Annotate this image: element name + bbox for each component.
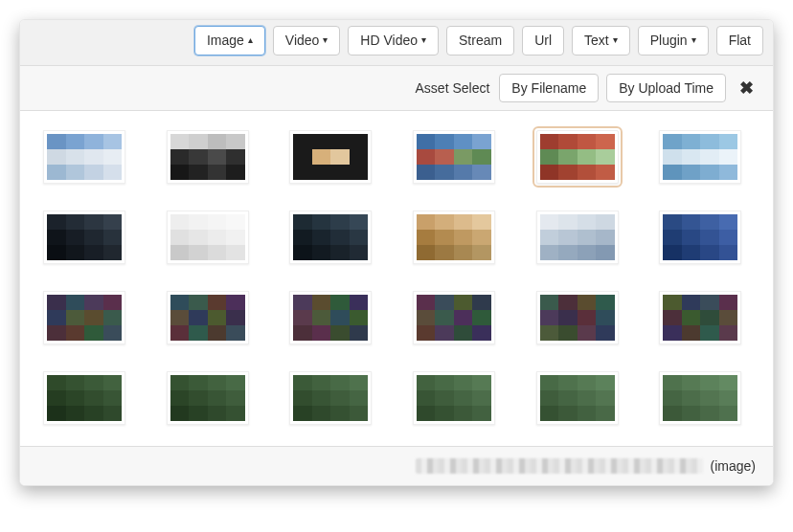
caret-up-icon: ▴ — [248, 34, 253, 46]
tab-label: Flat — [729, 33, 751, 49]
tab-label: Plugin — [650, 33, 688, 49]
tab-stream[interactable]: Stream — [446, 26, 514, 55]
asset-thumbnail[interactable] — [413, 211, 495, 264]
tab-label: Stream — [459, 33, 502, 49]
asset-thumbnail[interactable] — [536, 130, 619, 184]
asset-grid-scroll[interactable] — [20, 111, 773, 446]
asset-thumbnail[interactable] — [413, 130, 495, 184]
asset-dialog: Image▴Video▾HD Video▾StreamUrlText▾Plugi… — [19, 19, 774, 486]
tab-image[interactable]: Image▴ — [194, 26, 265, 55]
asset-thumbnail[interactable] — [167, 371, 249, 425]
asset-thumbnail[interactable] — [536, 291, 619, 344]
asset-thumbnail[interactable] — [659, 291, 741, 344]
dialog-footer: (image) — [20, 446, 773, 485]
tab-hd-video[interactable]: HD Video▾ — [348, 26, 439, 55]
asset-thumbnail[interactable] — [659, 211, 741, 264]
tab-label: Image — [207, 33, 244, 49]
asset-thumbnail[interactable] — [659, 130, 741, 184]
asset-thumbnail[interactable] — [167, 291, 249, 344]
asset-thumbnail[interactable] — [43, 211, 125, 264]
asset-thumbnail[interactable] — [167, 130, 249, 184]
asset-thumbnail[interactable] — [43, 130, 125, 184]
caret-down-icon: ▾ — [323, 34, 328, 46]
sort-by-upload-time-button[interactable]: By Upload Time — [606, 74, 726, 102]
tab-label: HD Video — [360, 33, 418, 49]
media-type-tabs: Image▴Video▾HD Video▾StreamUrlText▾Plugi… — [20, 20, 773, 66]
tab-video[interactable]: Video▾ — [273, 26, 341, 55]
asset-thumbnail[interactable] — [413, 371, 495, 425]
asset-thumbnail[interactable] — [536, 371, 619, 425]
tab-label: Text — [584, 33, 609, 49]
asset-grid — [43, 130, 750, 425]
asset-thumbnail[interactable] — [659, 371, 741, 425]
tab-text[interactable]: Text▾ — [572, 26, 630, 55]
tab-label: Video — [285, 33, 320, 49]
asset-thumbnail[interactable] — [289, 291, 372, 344]
selected-type-suffix: (image) — [711, 458, 756, 474]
asset-thumbnail[interactable] — [536, 211, 619, 264]
sort-by-filename-button[interactable]: By Filename — [499, 74, 599, 102]
selected-filename — [416, 458, 703, 474]
asset-thumbnail[interactable] — [289, 211, 372, 264]
tab-flat[interactable]: Flat — [716, 26, 763, 55]
asset-thumbnail[interactable] — [413, 291, 495, 344]
tab-plugin[interactable]: Plugin▾ — [638, 26, 709, 55]
sort-bar: Asset Select By Filename By Upload Time … — [20, 66, 773, 111]
asset-thumbnail[interactable] — [167, 211, 249, 264]
caret-down-icon: ▾ — [691, 34, 696, 46]
asset-thumbnail[interactable] — [43, 291, 125, 344]
asset-thumbnail[interactable] — [289, 371, 372, 425]
asset-thumbnail[interactable] — [289, 130, 372, 184]
caret-down-icon: ▾ — [613, 34, 618, 46]
tab-label: Url — [534, 33, 552, 49]
asset-select-label: Asset Select — [416, 80, 490, 96]
tab-url[interactable]: Url — [522, 26, 564, 55]
asset-thumbnail[interactable] — [43, 371, 125, 425]
caret-down-icon: ▾ — [421, 34, 426, 46]
close-icon[interactable]: ✖ — [734, 74, 759, 102]
